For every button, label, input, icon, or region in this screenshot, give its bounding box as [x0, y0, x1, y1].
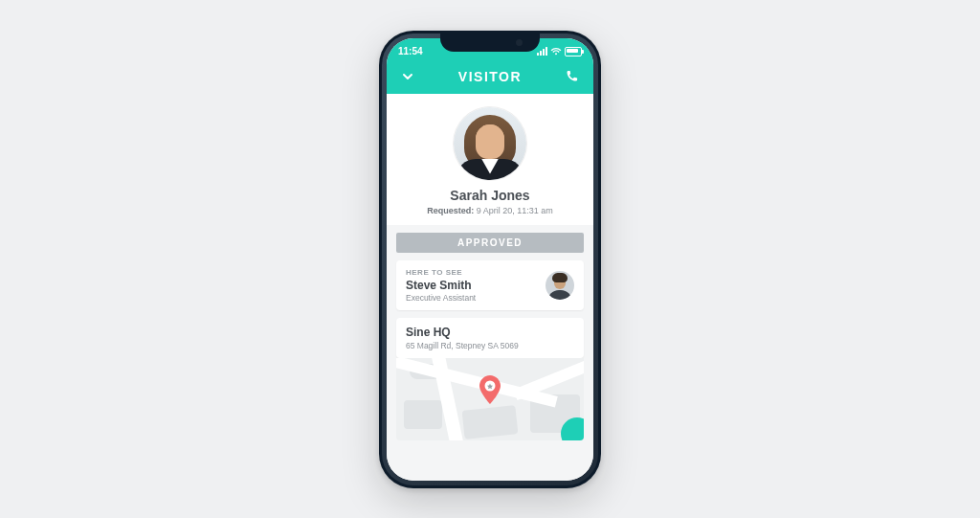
requested-value: 9 April 20, 11:31 am [477, 206, 553, 215]
location-card[interactable]: Sine HQ 65 Magill Rd, Stepney SA 5069 [396, 318, 584, 358]
visitor-hero: Sarah Jones Requested: 9 April 20, 11:31… [387, 94, 593, 225]
requested-label: Requested: [427, 206, 474, 215]
status-badge: APPROVED [396, 233, 584, 253]
header-row: VISITOR [398, 67, 582, 86]
signal-icon [537, 47, 547, 56]
host-section-label: HERE TO SEE [406, 268, 476, 277]
avatar-face [476, 124, 504, 159]
phone-notch [440, 31, 540, 52]
status-indicators [537, 47, 582, 56]
stage: 11:54 VISITOR [0, 0, 980, 518]
phone-icon [565, 69, 579, 83]
wifi-icon [550, 47, 562, 56]
visitor-requested: Requested: 9 April 20, 11:31 am [396, 206, 584, 215]
location-name: Sine HQ [406, 326, 574, 339]
visitor-name: Sarah Jones [396, 188, 584, 203]
status-time: 11:54 [398, 46, 423, 56]
map-pin-icon [479, 375, 501, 408]
call-button[interactable] [563, 67, 582, 86]
map-block [462, 405, 519, 439]
host-text: HERE TO SEE Steve Smith Executive Assist… [406, 268, 476, 303]
chevron-down-icon [401, 70, 414, 83]
battery-icon [565, 47, 582, 56]
host-card[interactable]: HERE TO SEE Steve Smith Executive Assist… [396, 260, 584, 310]
page-title: VISITOR [458, 69, 522, 84]
map-preview[interactable] [396, 358, 584, 440]
host-avatar [546, 271, 574, 300]
host-name: Steve Smith [406, 279, 476, 292]
phone-screen: 11:54 VISITOR [387, 38, 593, 481]
phone-frame: 11:54 VISITOR [379, 31, 601, 488]
content-area: Sarah Jones Requested: 9 April 20, 11:31… [387, 94, 593, 481]
map-block [404, 400, 442, 429]
host-role: Executive Assistant [406, 293, 476, 303]
visitor-avatar[interactable] [454, 107, 526, 180]
location-address: 65 Magill Rd, Stepney SA 5069 [406, 341, 574, 350]
back-button[interactable] [398, 67, 417, 86]
avatar-shoulders [457, 159, 523, 180]
